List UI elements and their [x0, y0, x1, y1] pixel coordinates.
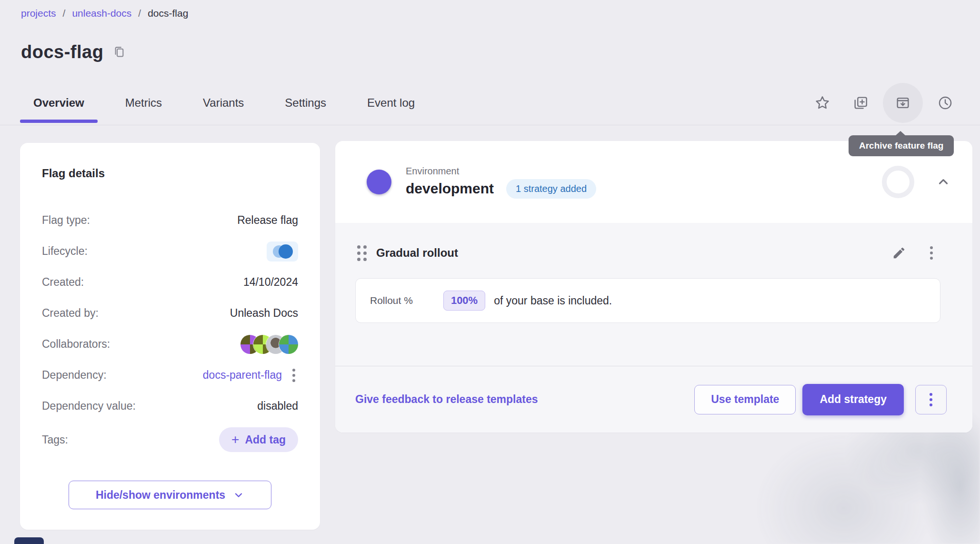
tab-settings[interactable]: Settings	[285, 84, 326, 122]
partially-visible-element	[14, 537, 44, 544]
tab-overview[interactable]: Overview	[33, 84, 84, 122]
release-templates-feedback-link[interactable]: Give feedback to release templates	[355, 393, 538, 406]
detail-row-tags: Tags: + Add tag	[42, 422, 298, 458]
detail-row-dependency: Dependency: docs-parent-flag	[42, 360, 298, 391]
add-tag-button[interactable]: + Add tag	[219, 427, 298, 452]
environment-menu-button[interactable]	[915, 385, 947, 414]
flag-details-title: Flag details	[42, 167, 298, 180]
collaborator-avatar	[279, 335, 298, 354]
environment-toggle[interactable]	[357, 174, 388, 190]
rollout-percentage-badge: 100%	[443, 291, 485, 311]
collapse-chevron-up-icon[interactable]	[936, 175, 950, 189]
detail-row-dependency-value: Dependency value: disabled	[42, 391, 298, 422]
hide-show-environments-button[interactable]: Hide/show environments	[69, 481, 271, 509]
strategy-section: Gradual rollout Rollout % 100% of your b…	[335, 223, 972, 366]
breadcrumb-current: docs-flag	[148, 8, 188, 19]
tab-metrics[interactable]: Metrics	[125, 84, 162, 122]
favorite-star-icon[interactable]	[807, 87, 838, 119]
dependency-link[interactable]: docs-parent-flag	[203, 369, 282, 382]
edit-strategy-pencil-icon[interactable]	[892, 246, 906, 260]
dependency-value: disabled	[257, 400, 298, 413]
detail-row-created: Created: 14/10/2024	[42, 267, 298, 298]
copy-feature-flag-icon[interactable]	[845, 87, 876, 119]
dependency-menu-icon[interactable]	[290, 366, 298, 385]
drag-handle-icon[interactable]	[355, 243, 369, 263]
strategy-count-badge: 1 strategy added	[506, 179, 596, 199]
tab-event-log[interactable]: Event log	[367, 84, 415, 122]
rollout-summary: Rollout % 100% of your base is included.	[355, 278, 940, 323]
breadcrumb-link-project[interactable]: unleash-docs	[72, 8, 131, 19]
copy-name-icon[interactable]	[113, 46, 126, 59]
flag-type-value: Release flag	[237, 214, 298, 227]
lifecycle-stage-icon[interactable]	[267, 242, 298, 262]
use-template-button[interactable]: Use template	[694, 385, 796, 414]
rollout-description: of your base is included.	[494, 294, 612, 307]
detail-row-flag-type: Flag type: Release flag	[42, 205, 298, 236]
page-title: docs-flag	[21, 42, 103, 62]
chevron-down-icon	[233, 489, 244, 501]
plus-icon: +	[231, 433, 239, 446]
history-clock-icon[interactable]	[930, 87, 961, 119]
detail-row-created-by: Created by: Unleash Docs	[42, 298, 298, 329]
breadcrumb-separator: /	[63, 8, 66, 19]
breadcrumb: projects / unleash-docs / docs-flag	[21, 8, 188, 19]
add-strategy-button[interactable]: Add strategy	[802, 384, 904, 415]
tabs-bar: Overview Metrics Variants Settings Event…	[0, 81, 980, 125]
collaborator-avatars	[240, 335, 298, 354]
page-title-row: docs-flag	[21, 42, 126, 62]
breadcrumb-separator: /	[138, 8, 141, 19]
detail-row-lifecycle: Lifecycle:	[42, 236, 298, 267]
kebab-menu-icon	[927, 390, 935, 409]
created-by-value: Unleash Docs	[230, 307, 298, 320]
tabs-divider	[0, 125, 980, 125]
tabs: Overview Metrics Variants Settings Event…	[33, 84, 415, 122]
archive-tooltip: Archive feature flag	[849, 135, 954, 156]
flag-details-card: Flag details Flag type: Release flag Lif…	[20, 143, 320, 530]
environment-footer: Give feedback to release templates Use t…	[335, 366, 972, 433]
environment-name: development	[406, 181, 494, 197]
strategy-header: Gradual rollout	[355, 239, 940, 267]
strategy-title: Gradual rollout	[376, 246, 458, 260]
flag-actions	[807, 83, 961, 123]
tab-variants[interactable]: Variants	[203, 84, 244, 122]
archive-icon[interactable]	[883, 83, 923, 123]
created-value: 14/10/2024	[243, 276, 298, 289]
breadcrumb-link-projects[interactable]: projects	[21, 8, 56, 19]
environment-card: Environment development 1 strategy added…	[335, 141, 972, 433]
environment-label: Environment	[406, 166, 596, 177]
rollout-label: Rollout %	[370, 295, 413, 306]
metrics-ring	[882, 166, 914, 198]
strategy-menu-icon[interactable]	[927, 243, 936, 262]
detail-row-collaborators: Collaborators:	[42, 329, 298, 360]
